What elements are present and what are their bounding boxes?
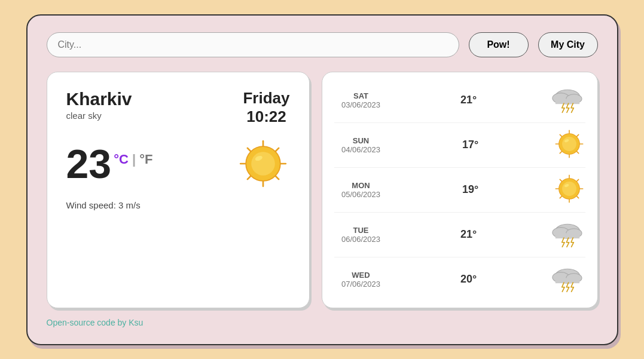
cw-time-block: Friday 10:22 (243, 89, 289, 126)
search-input[interactable] (47, 32, 459, 57)
footer: Open-source code by Ksu (47, 318, 598, 327)
forecast-temp: 17° (456, 139, 486, 151)
forecast-date: 03/06/2023 (334, 100, 388, 109)
forecast-dow: SUN (334, 136, 388, 145)
forecast-dow: SAT (334, 91, 388, 100)
svg-point-9 (251, 152, 275, 176)
forecast-temp: 19° (456, 183, 486, 196)
forecast-date-block: SAT03/06/2023 (334, 91, 388, 109)
forecast-date-block: WED07/06/2023 (334, 271, 388, 289)
main-row: Kharkiv clear sky Friday 10:22 23 °C | °… (47, 72, 598, 308)
unit-f[interactable]: °F (139, 152, 152, 167)
forecast-dow: MON (334, 181, 388, 190)
forecast-row: MON05/06/202319° (334, 168, 585, 213)
forecast-date-block: TUE06/06/2023 (334, 226, 388, 244)
forecast-dow: WED (334, 271, 388, 280)
forecast-card: SAT03/06/202321° SUN04/06/202317° (322, 72, 598, 308)
app-container: Pow! My City Kharkiv clear sky Friday 10… (26, 14, 618, 345)
svg-rect-14 (555, 99, 579, 104)
cw-middle: 23 °C | °F (66, 137, 290, 191)
current-time: 10:22 (243, 108, 289, 126)
forecast-date-block: MON05/06/2023 (334, 181, 388, 199)
city-name: Kharkiv (66, 89, 132, 109)
cw-temp-block: 23 °C | °F (66, 143, 153, 184)
forecast-row: SAT03/06/202321° (334, 78, 585, 123)
svg-rect-40 (555, 233, 579, 238)
forecast-date: 05/06/2023 (334, 190, 388, 199)
sun-weather-icon (236, 137, 290, 191)
cw-top: Kharkiv clear sky Friday 10:22 (66, 89, 290, 126)
forecast-row: WED07/06/202320° (334, 257, 585, 302)
unit-c[interactable]: °C (114, 152, 129, 167)
forecast-date-block: SUN04/06/2023 (334, 136, 388, 154)
forecast-date: 04/06/2023 (334, 145, 388, 154)
storm-forecast-icon (550, 262, 585, 297)
footer-text: Open-source code by Ksu (47, 318, 144, 327)
svg-point-35 (562, 182, 576, 196)
header-row: Pow! My City (47, 32, 598, 57)
temperature-value: 23 (66, 143, 112, 184)
forecast-temp: 21° (454, 228, 484, 241)
temperature-unit: °C | °F (114, 152, 152, 167)
forecast-temp: 20° (454, 273, 484, 286)
forecast-date: 07/06/2023 (334, 280, 388, 289)
current-weather-card: Kharkiv clear sky Friday 10:22 23 °C | °… (47, 72, 310, 308)
svg-rect-44 (555, 278, 579, 283)
storm-forecast-icon (550, 217, 585, 252)
storm-forecast-icon (550, 83, 585, 118)
svg-point-24 (562, 137, 576, 151)
forecast-temp: 21° (454, 94, 484, 106)
sun-forecast-icon (553, 128, 585, 162)
cw-left: Kharkiv clear sky (66, 89, 132, 121)
pow-button[interactable]: Pow! (469, 32, 529, 57)
my-city-button[interactable]: My City (538, 32, 598, 57)
weather-description: clear sky (66, 111, 132, 121)
sun-forecast-icon (553, 173, 585, 207)
forecast-row: SUN04/06/202317° (334, 123, 585, 168)
forecast-dow: TUE (334, 226, 388, 235)
forecast-date: 06/06/2023 (334, 235, 388, 244)
forecast-row: TUE06/06/202321° (334, 213, 585, 257)
wind-speed: Wind speed: 3 m/s (66, 200, 290, 210)
current-day: Friday (243, 89, 289, 108)
